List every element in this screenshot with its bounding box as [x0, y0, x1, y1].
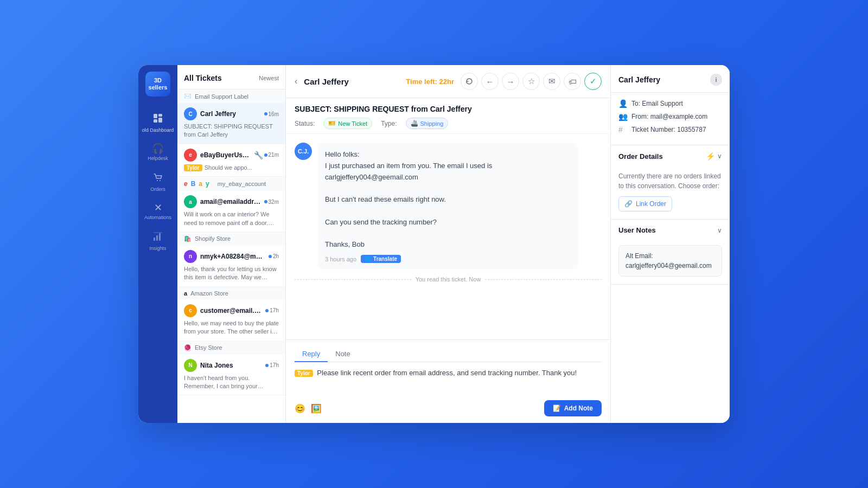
sidebar-item-label: old Dashboard — [142, 127, 174, 133]
ticket-list: All Tickets Newest ✉️ Email Support Labe… — [177, 65, 286, 423]
ticket-item[interactable]: a amail@emailaddre... 32m Will it work o… — [177, 191, 285, 232]
order-details-header[interactable]: Order Details ⚡ ∨ — [611, 145, 730, 167]
ticket-item[interactable]: N Nita Jones 17h I haven't heard from yo… — [177, 355, 285, 396]
ticket-number-icon: # — [618, 125, 627, 134]
dashboard-icon — [152, 113, 163, 125]
sidebar-item-helpdesk[interactable]: 🎧 Helpdesk — [138, 138, 177, 166]
tag-button[interactable]: 🏷 — [564, 73, 581, 90]
ticket-preview: SUBJECT: SHIPPING REQUEST from Carl Jeff… — [184, 123, 279, 139]
note-text: Alt Email: carlgjeffery004@geemail.com — [626, 252, 712, 269]
ticket-time: 17h — [265, 362, 279, 368]
tab-note[interactable]: Note — [328, 346, 358, 362]
message-avatar: C.J. — [295, 143, 312, 160]
svg-rect-2 — [154, 119, 157, 123]
back-arrow-button[interactable]: ← — [481, 73, 499, 90]
etsy-icon: 🧶 — [184, 344, 192, 351]
ticket-item[interactable]: e eBayBuyerUser.. 🔧 21m TylorShould we a… — [177, 144, 285, 177]
avatar: C — [184, 107, 197, 120]
user-notes-header[interactable]: User Notes ∨ — [611, 220, 730, 241]
email-button[interactable]: ✉ — [543, 73, 560, 90]
ticket-preview: I haven't heard from you. Remember, I ca… — [184, 374, 279, 391]
message-meta: 3 hours ago 🌐 Translate — [325, 255, 570, 263]
forward-arrow-button[interactable]: → — [502, 73, 519, 90]
right-panel-title: Carl Jeffery — [618, 75, 660, 84]
message-content: Hello folks: I just purchased an item fr… — [317, 143, 578, 269]
star-button[interactable]: ☆ — [522, 73, 540, 90]
ticket-item[interactable]: c customer@email.com 17h Hello, we may n… — [177, 300, 285, 341]
svg-point-5 — [159, 180, 161, 181]
email-store-icon: ✉️ — [184, 93, 192, 100]
app-container: 3D sellers old Dashboard 🎧 Helpdesk — [138, 65, 730, 423]
back-button[interactable]: ‹ — [295, 76, 297, 86]
user-notes-title: User Notes — [618, 226, 656, 234]
sidebar-item-label: Helpdesk — [148, 156, 168, 161]
header-actions: ← → ☆ ✉ 🏷 ✓ — [461, 73, 602, 90]
conversation-title: Carl Jeffery — [304, 77, 399, 86]
reply-input[interactable]: Tylor Please link recent order from emai… — [295, 368, 602, 395]
ticket-item[interactable]: n nmyk+A08284@mar... 2h Hello, thank you… — [177, 246, 285, 287]
tool-icon: 🔧 — [254, 151, 263, 159]
ticket-item[interactable]: C Carl Jeffery 16m SUBJECT: SHIPPING REQ… — [177, 103, 285, 144]
email-icon: 👥 — [618, 112, 627, 121]
ticket-preview: Will it work on a car interior? We need … — [184, 210, 279, 227]
order-details-chevron: ∨ — [717, 152, 722, 160]
order-details-text: Currently there are no orders linked to … — [618, 171, 722, 191]
svg-rect-0 — [154, 114, 157, 118]
ticket-name: nmyk+A08284@mar... — [200, 253, 265, 260]
link-order-button[interactable]: 🔗 Link Order — [618, 196, 672, 211]
type-label: Type: — [381, 120, 397, 127]
orders-icon — [152, 172, 163, 184]
link-icon: 🔗 — [624, 200, 633, 208]
svg-rect-6 — [154, 237, 155, 241]
unread-dot — [264, 200, 267, 203]
amazon-icon: a — [184, 290, 187, 297]
subject-title: SUBJECT: SHIPPING REQUEST from Carl Jeff… — [295, 105, 602, 113]
ticket-time: 32m — [264, 199, 279, 205]
ticket-time: 2h — [269, 253, 279, 259]
add-note-button[interactable]: 📝 Add Note — [544, 400, 602, 416]
unread-dot — [269, 255, 272, 258]
store-label-amazon: a Amazon Store — [177, 287, 285, 300]
contact-to: To: Email Support — [631, 100, 683, 107]
right-panel-header: Carl Jeffery i — [611, 65, 730, 93]
conversation-header: ‹ Carl Jeffery Time left: 22hr ← → ☆ ✉ 🏷… — [286, 65, 610, 98]
unread-dot — [264, 112, 267, 115]
main-content: ‹ Carl Jeffery Time left: 22hr ← → ☆ ✉ 🏷… — [286, 65, 610, 423]
avatar: e — [184, 149, 197, 162]
ticket-name: Carl Jeffery — [200, 110, 261, 118]
user-notes-chevron: ∨ — [717, 227, 722, 234]
contact-from: From: mail@example.com — [631, 113, 707, 120]
svg-rect-8 — [159, 233, 161, 241]
sidebar-item-dashboard[interactable]: old Dashboard — [138, 107, 177, 138]
read-divider: You read this ticket. Now — [295, 276, 602, 282]
note-icon: 📝 — [553, 404, 561, 412]
ticket-preview: Hello, thank you for letting us know thi… — [184, 265, 279, 282]
message-time: 3 hours ago — [325, 256, 356, 262]
store-label-email: ✉️ Email Support Label — [177, 89, 285, 103]
svg-rect-3 — [158, 118, 162, 123]
time-left: Time left: 22hr — [406, 78, 454, 86]
translate-button[interactable]: 🌐 Translate — [361, 255, 401, 263]
sidebar-item-label: Automations — [144, 215, 171, 220]
sidebar-item-automations[interactable]: ✕ Automations — [138, 197, 177, 226]
logo[interactable]: 3D sellers — [145, 72, 170, 97]
user-notes-content: Alt Email: carlgjeffery004@geemail.com — [611, 241, 730, 284]
sidebar-item-orders[interactable]: Orders — [138, 166, 177, 197]
refresh-button[interactable] — [461, 73, 478, 90]
avatar: c — [184, 304, 197, 317]
subject-bar: SUBJECT: SHIPPING REQUEST from Carl Jeff… — [286, 98, 610, 134]
info-button[interactable]: i — [710, 74, 722, 86]
ticket-list-header: All Tickets Newest — [177, 65, 285, 89]
svg-rect-1 — [158, 114, 162, 117]
messages-area[interactable]: C.J. Hello folks: I just purchased an it… — [286, 134, 610, 339]
emoji-button[interactable]: 😊 — [295, 403, 305, 414]
reply-note-text: Please link recent order from email addr… — [317, 369, 577, 377]
helpdesk-icon: 🎧 — [152, 144, 164, 153]
svg-rect-7 — [156, 235, 158, 241]
image-button[interactable]: 🖼️ — [311, 403, 322, 414]
ticket-sort-button[interactable]: Newest — [259, 75, 279, 81]
sidebar-item-insights[interactable]: Insights — [138, 226, 177, 256]
tab-reply[interactable]: Reply — [295, 346, 328, 362]
resolve-button[interactable]: ✓ — [584, 73, 602, 90]
highlight-tag: Tylor — [184, 164, 202, 171]
